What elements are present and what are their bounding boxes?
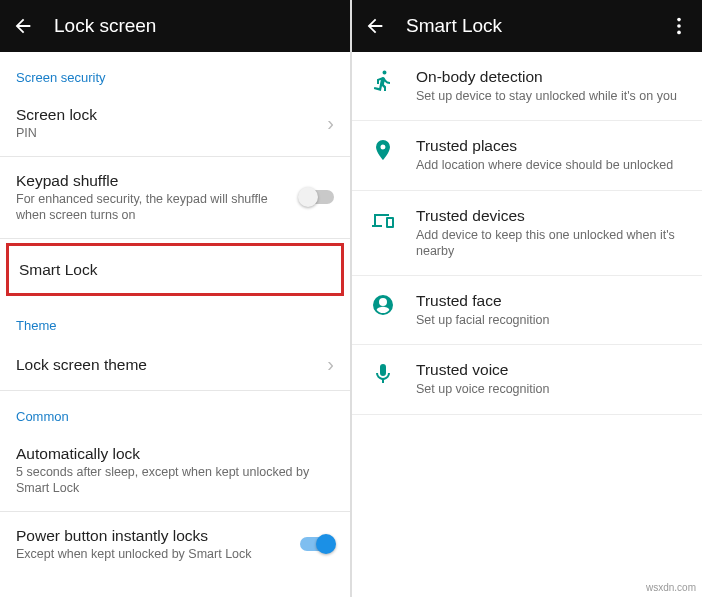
- svg-point-1: [677, 24, 681, 28]
- back-icon[interactable]: [364, 15, 386, 37]
- row-sub: Except when kept unlocked by Smart Lock: [16, 547, 288, 563]
- row-sub: PIN: [16, 126, 315, 142]
- topbar-right: Smart Lock: [352, 0, 702, 52]
- row-sub: Set up device to stay unlocked while it'…: [416, 88, 684, 104]
- place-icon: [370, 137, 396, 163]
- content-left: Screen security Screen lock PIN › Keypad…: [0, 52, 350, 597]
- row-on-body-detection[interactable]: On-body detection Set up device to stay …: [352, 52, 702, 121]
- row-title: Lock screen theme: [16, 355, 315, 374]
- row-title: Trusted voice: [416, 361, 684, 379]
- svg-point-0: [677, 18, 681, 22]
- section-header-security: Screen security: [0, 52, 350, 91]
- lock-screen-pane: Lock screen Screen security Screen lock …: [0, 0, 350, 597]
- row-title: Keypad shuffle: [16, 171, 288, 190]
- row-title: Screen lock: [16, 105, 315, 124]
- row-title: Trusted places: [416, 137, 684, 155]
- row-lock-screen-theme[interactable]: Lock screen theme ›: [0, 339, 350, 390]
- toggle-power-lock[interactable]: [300, 537, 334, 551]
- walk-icon: [370, 68, 396, 94]
- row-power-lock[interactable]: Power button instantly locks Except when…: [0, 512, 350, 577]
- row-keypad-shuffle[interactable]: Keypad shuffle For enhanced security, th…: [0, 157, 350, 238]
- row-sub: For enhanced security, the keypad will s…: [16, 192, 288, 223]
- chevron-right-icon: ›: [327, 353, 334, 376]
- svg-point-2: [677, 31, 681, 35]
- section-header-theme: Theme: [0, 300, 350, 339]
- row-sub: Set up facial recognition: [416, 312, 684, 328]
- section-header-common: Common: [0, 391, 350, 430]
- more-vert-icon[interactable]: [668, 15, 690, 37]
- row-trusted-places[interactable]: Trusted places Add location where device…: [352, 121, 702, 190]
- row-sub: 5 seconds after sleep, except when kept …: [16, 465, 334, 496]
- toggle-keypad-shuffle[interactable]: [300, 190, 334, 204]
- row-sub: Add device to keep this one unlocked whe…: [416, 227, 684, 260]
- devices-icon: [370, 207, 396, 233]
- row-screen-lock[interactable]: Screen lock PIN ›: [0, 91, 350, 156]
- content-right: On-body detection Set up device to stay …: [352, 52, 702, 597]
- row-title: Automatically lock: [16, 444, 334, 463]
- smart-lock-pane: Smart Lock On-body detection Set up devi…: [352, 0, 702, 597]
- page-title-right: Smart Lock: [406, 15, 502, 37]
- row-title: On-body detection: [416, 68, 684, 86]
- topbar-left: Lock screen: [0, 0, 350, 52]
- row-title: Power button instantly locks: [16, 526, 288, 545]
- face-icon: [370, 292, 396, 318]
- mic-icon: [370, 361, 396, 387]
- row-trusted-face[interactable]: Trusted face Set up facial recognition: [352, 276, 702, 345]
- divider: [0, 238, 350, 239]
- row-trusted-voice[interactable]: Trusted voice Set up voice recognition: [352, 345, 702, 414]
- row-title: Smart Lock: [19, 260, 331, 279]
- chevron-right-icon: ›: [327, 112, 334, 135]
- row-title: Trusted devices: [416, 207, 684, 225]
- row-auto-lock[interactable]: Automatically lock 5 seconds after sleep…: [0, 430, 350, 511]
- row-trusted-devices[interactable]: Trusted devices Add device to keep this …: [352, 191, 702, 277]
- row-title: Trusted face: [416, 292, 684, 310]
- page-title-left: Lock screen: [54, 15, 156, 37]
- row-smart-lock[interactable]: Smart Lock: [6, 243, 344, 296]
- row-sub: Set up voice recognition: [416, 381, 684, 397]
- row-sub: Add location where device should be unlo…: [416, 157, 684, 173]
- back-icon[interactable]: [12, 15, 34, 37]
